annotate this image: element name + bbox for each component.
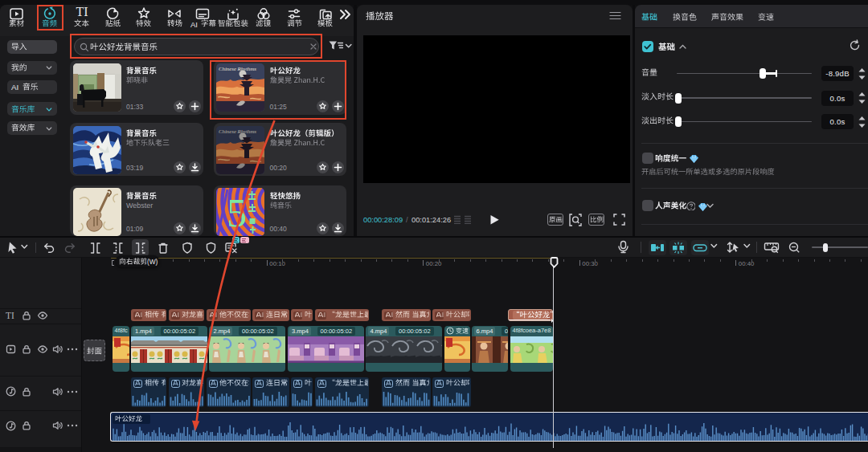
svg-text:5: 5 [227, 190, 247, 235]
